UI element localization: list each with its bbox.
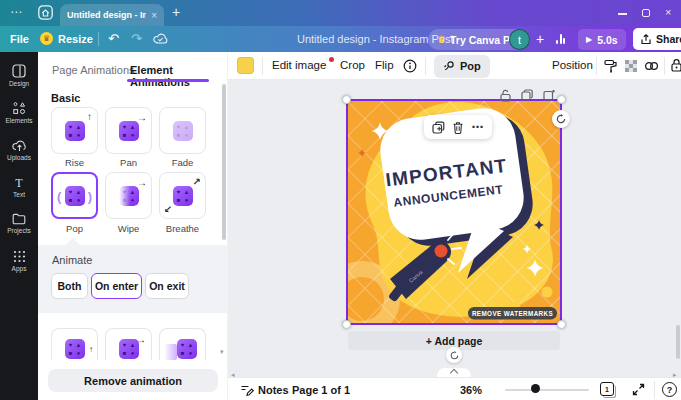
grid-view-button[interactable]: 1 (600, 382, 614, 396)
sidebar-item-text[interactable]: T Text (0, 168, 38, 205)
info-icon[interactable] (403, 59, 417, 73)
lock-icon[interactable] (670, 58, 681, 73)
tab-close-icon[interactable]: × (151, 10, 157, 21)
animation-card-fade[interactable]: ♥▲■● (159, 107, 206, 154)
remove-animation-button[interactable]: Remove animation (48, 369, 218, 392)
divider (654, 381, 655, 399)
tab-title: Untitled design - Insta... (67, 10, 146, 20)
sidebar-item-uploads[interactable]: Uploads (0, 131, 38, 168)
edit-image-button[interactable]: Edit image (272, 59, 326, 71)
animation-card-rise[interactable]: ♥▲■● ↑ (51, 107, 98, 154)
duplicate-page-icon[interactable] (521, 89, 533, 101)
sidebar-item-elements[interactable]: Elements (0, 94, 38, 131)
breathe-animation-icon: ♥▲■● (173, 186, 193, 206)
animation-card-more-3[interactable]: ♥▲■● (159, 328, 206, 360)
selection-handle-se[interactable] (557, 320, 566, 329)
selection-handle-nw[interactable] (342, 95, 351, 104)
page-actions (500, 89, 556, 102)
tab-page-animations[interactable]: Page Animations (52, 64, 135, 76)
home-icon[interactable] (38, 5, 53, 20)
undo-icon[interactable]: ↶ (108, 31, 119, 46)
chevron-up-icon (450, 369, 458, 377)
share-button[interactable]: Share (633, 28, 681, 50)
animation-card-more-2[interactable]: ♥▲■● → (105, 328, 152, 360)
browser-tab[interactable]: Untitled design - Insta... × (60, 4, 164, 26)
divider (262, 57, 263, 75)
canvas-area: IMPORTANT ANNOUNCEMENT Canva (228, 80, 681, 377)
sidebar-item-design[interactable]: Design (0, 57, 38, 94)
vertical-scrollbar[interactable] (676, 325, 680, 359)
animation-card-pop[interactable]: ( ♥▲■● ) (51, 172, 98, 219)
animation-label: Pan (105, 157, 152, 168)
menu-dots-icon[interactable]: ⋯ (10, 5, 23, 19)
insights-chart-icon[interactable] (556, 34, 565, 44)
transparency-icon[interactable] (624, 59, 638, 73)
copy-style-roller-icon[interactable] (604, 59, 618, 73)
zoom-slider-thumb[interactable] (531, 384, 540, 393)
scroll-down-icon[interactable]: ▾ (220, 348, 224, 356)
animation-card-pan[interactable]: ♥▲■● → (105, 107, 152, 154)
fade-animation-icon: ♥▲■● (173, 121, 193, 141)
more-options-icon[interactable]: ⋯ (472, 120, 485, 134)
new-tab-button[interactable]: + (172, 4, 180, 20)
color-swatch[interactable] (237, 57, 254, 74)
notes-icon[interactable] (240, 384, 254, 396)
window-maximize-icon[interactable] (642, 9, 650, 17)
zoom-percent[interactable]: 36% (460, 384, 482, 396)
animation-card-more-1[interactable]: ♥▲■● ↑ (51, 328, 98, 360)
animations-panel: Page Animations Element Animations Basic… (38, 52, 228, 400)
delete-icon[interactable] (452, 121, 464, 134)
window-close-icon[interactable]: × (665, 7, 671, 18)
animation-card-breathe[interactable]: ♥▲■● ↗ ↙ (159, 172, 206, 219)
panel-scrollbar[interactable] (222, 84, 226, 240)
resize-button[interactable]: ♛ Resize (40, 32, 93, 45)
flip-button[interactable]: Flip (375, 59, 394, 71)
apps-grid-icon (13, 250, 26, 263)
window-minimize-icon[interactable] (618, 13, 627, 15)
folder-icon (12, 213, 26, 225)
main-toolbar: File ♛ Resize ↶ ↷ Untitled design - Inst… (0, 26, 681, 52)
statusbar-collapse-tab[interactable] (437, 368, 471, 377)
animation-pop-button[interactable]: Pop (434, 55, 490, 78)
selection-handle-ne[interactable] (557, 95, 566, 104)
canvas-toolbar: Edit image Crop Flip Pop Position (228, 52, 681, 80)
animate-option-both[interactable]: Both (51, 273, 88, 299)
loop-icon (450, 351, 459, 360)
redo-icon[interactable]: ↷ (131, 31, 142, 46)
tab-element-animations[interactable]: Element Animations (130, 64, 227, 88)
selection-handle-sw[interactable] (342, 320, 351, 329)
page-indicator[interactable]: Page 1 of 1 (292, 384, 350, 396)
animate-option-on-exit[interactable]: On exit (145, 273, 189, 299)
sidebar-item-projects[interactable]: Projects (0, 205, 38, 242)
duplicate-icon[interactable] (432, 121, 445, 134)
remove-watermarks-badge[interactable]: REMOVE WATERMARKS (468, 307, 557, 320)
pan-animation-icon: ♥▲■● (119, 121, 139, 141)
unlock-icon[interactable] (500, 89, 511, 102)
avatar[interactable]: t (509, 29, 530, 50)
link-icon[interactable] (644, 60, 659, 72)
sidebar: Design Elements Uploads T Text Projects … (0, 52, 38, 400)
rotate-handle[interactable] (552, 110, 570, 128)
fullscreen-icon[interactable] (632, 383, 645, 396)
file-menu[interactable]: File (10, 33, 29, 45)
notes-button[interactable]: Notes (258, 384, 289, 396)
zoom-slider-track[interactable] (505, 389, 589, 391)
elements-icon (12, 101, 26, 115)
active-tab-underline (127, 79, 209, 82)
notification-dot (329, 57, 334, 62)
duration-label: 5.0s (597, 34, 617, 46)
present-play-button[interactable]: ▶ 5.0s (578, 29, 626, 50)
add-member-button[interactable]: + (536, 31, 544, 47)
position-button[interactable]: Position (552, 59, 593, 71)
animation-card-wipe[interactable]: ♥▲■● → (105, 172, 152, 219)
animate-option-on-enter[interactable]: On enter (91, 273, 142, 299)
sidebar-item-apps[interactable]: Apps (0, 242, 38, 279)
rotate-icon (556, 114, 566, 124)
loop-button[interactable] (446, 347, 462, 363)
add-page-icon[interactable] (543, 89, 556, 101)
titlebar: ⋯ Untitled design - Insta... × + × (0, 0, 681, 26)
design-icon (12, 64, 26, 78)
help-button[interactable]: ? (662, 382, 677, 397)
crop-button[interactable]: Crop (340, 59, 365, 71)
crown-icon: ♛ (40, 32, 53, 45)
